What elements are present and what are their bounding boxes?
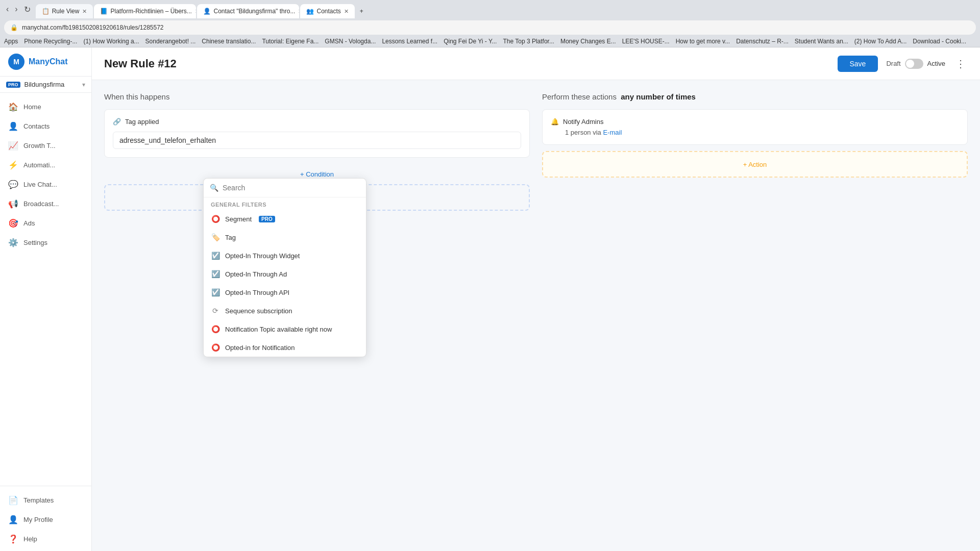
draft-toggle-group: Draft Active bbox=[886, 59, 945, 69]
templates-icon: 📄 bbox=[8, 495, 18, 505]
bookmark-chinese[interactable]: Chinese translatio... bbox=[202, 38, 256, 45]
sidebar-label-help: Help bbox=[23, 535, 37, 543]
dropdown-item-opted-in-notif[interactable]: ⭕ Opted-in for Notification bbox=[204, 338, 366, 357]
notif-topic-icon: ⭕ bbox=[211, 324, 220, 334]
sidebar-item-templates[interactable]: 📄 Templates bbox=[0, 490, 91, 510]
bookmark-money[interactable]: Money Changes E... bbox=[560, 38, 616, 45]
tab-contacts[interactable]: 👥 Contacts ✕ bbox=[300, 4, 354, 18]
dropdown-item-tag[interactable]: 🏷️ Tag bbox=[204, 228, 366, 246]
rule-content: When this happens 🔗 Tag applied + Condit… bbox=[92, 80, 980, 551]
sidebar-item-automation[interactable]: ⚡ Automati... bbox=[0, 155, 91, 174]
back-button[interactable]: ‹ bbox=[4, 4, 11, 15]
sidebar-item-ads[interactable]: 🎯 Ads bbox=[0, 213, 91, 233]
active-label: Active bbox=[927, 60, 945, 67]
bookmark-qing[interactable]: Qing Fei De Yi - Y... bbox=[444, 38, 497, 45]
action-section-header: Perform these actions any number of time… bbox=[542, 92, 968, 101]
opted-in-api-icon: ☑️ bbox=[211, 288, 220, 297]
tab-favicon-platform: 📘 bbox=[100, 8, 107, 15]
opted-in-ad-icon: ☑️ bbox=[211, 269, 220, 279]
sidebar-label-settings: Settings bbox=[23, 239, 47, 246]
bell-icon: 🔔 bbox=[551, 118, 559, 126]
bookmark-phone[interactable]: Phone Recycling-... bbox=[24, 38, 77, 45]
bookmark-more[interactable]: How to get more v... bbox=[676, 38, 730, 45]
sidebar-item-live-chat[interactable]: 💬 Live Chat... bbox=[0, 174, 91, 194]
tab-label-platform: Platform-Richtlinien – Übers... bbox=[110, 8, 191, 15]
sidebar: M ManyChat PRO Bildungsfirma ▾ 🏠 Home 👤 … bbox=[0, 47, 92, 551]
bookmark-how-add[interactable]: (2) How To Add A... bbox=[854, 38, 907, 45]
sidebar-item-settings[interactable]: ⚙️ Settings bbox=[0, 233, 91, 252]
tab-close-platform[interactable]: ✕ bbox=[195, 8, 197, 15]
add-condition-button[interactable]: + Condition bbox=[300, 170, 334, 178]
refresh-button[interactable]: ↻ bbox=[22, 4, 33, 15]
sidebar-label-automation: Automati... bbox=[23, 161, 55, 169]
sidebar-item-broadcasts[interactable]: 📢 Broadcast... bbox=[0, 194, 91, 213]
action-card-title: Notify Admins bbox=[563, 118, 603, 126]
pro-badge-segment: PRO bbox=[259, 216, 275, 222]
address-lock-icon: 🔒 bbox=[10, 24, 18, 31]
sidebar-label-home: Home bbox=[23, 103, 41, 111]
action-detail: 1 person via E-mail bbox=[565, 129, 959, 136]
tag-icon: 🏷️ bbox=[211, 233, 220, 242]
contacts-icon: 👤 bbox=[8, 121, 18, 131]
forward-button[interactable]: › bbox=[13, 4, 19, 15]
bookmark-sonder[interactable]: Sonderangebot! ... bbox=[145, 38, 196, 45]
dropdown-search-input[interactable] bbox=[223, 184, 360, 192]
bookmark-apps[interactable]: Apps bbox=[4, 38, 18, 45]
action-card: 🔔 Notify Admins 1 person via E-mail bbox=[542, 109, 968, 145]
dropdown-search-area: 🔍 bbox=[204, 179, 366, 197]
bookmark-datenschutz[interactable]: Datenschutz – R-... bbox=[736, 38, 789, 45]
sidebar-item-home[interactable]: 🏠 Home bbox=[0, 97, 91, 116]
dropdown-item-segment[interactable]: ⭕ Segment PRO bbox=[204, 210, 366, 228]
bookmark-student[interactable]: Student Wants an... bbox=[795, 38, 848, 45]
address-text: manychat.com/fb198150208192061​8/rules/1… bbox=[22, 24, 164, 31]
dropdown-item-opted-in-widget[interactable]: ☑️ Opted-In Through Widget bbox=[204, 246, 366, 265]
bookmark-gmsn[interactable]: GMSN - Vologda... bbox=[325, 38, 376, 45]
growth-tools-icon: 📈 bbox=[8, 140, 18, 151]
main-content: New Rule #12 Save Draft Active ⋮ When th… bbox=[92, 47, 980, 551]
dropdown-item-sequence-sub[interactable]: ⟳ Sequence subscription bbox=[204, 302, 366, 320]
page-title: New Rule #12 bbox=[104, 57, 177, 70]
live-chat-icon: 💬 bbox=[8, 179, 18, 189]
segment-icon: ⭕ bbox=[211, 214, 220, 223]
tab-close-contacts[interactable]: ✕ bbox=[344, 8, 349, 15]
sidebar-item-contacts[interactable]: 👤 Contacts bbox=[0, 116, 91, 136]
action-detail-text: 1 person via bbox=[565, 129, 603, 136]
bookmark-top3[interactable]: The Top 3 Platfor... bbox=[503, 38, 554, 45]
dropdown-item-opted-in-ad[interactable]: ☑️ Opted-In Through Ad bbox=[204, 265, 366, 283]
tab-close-rule[interactable]: ✕ bbox=[82, 8, 87, 15]
address-bar[interactable]: 🔒 manychat.com/fb198150208192061​8/rules… bbox=[4, 20, 976, 35]
sidebar-item-growth-tools[interactable]: 📈 Growth T... bbox=[0, 136, 91, 155]
bookmark-how-working[interactable]: (1) How Working a... bbox=[83, 38, 139, 45]
automation-icon: ⚡ bbox=[8, 160, 18, 170]
opted-in-widget-icon: ☑️ bbox=[211, 251, 220, 260]
add-action-area: + Action bbox=[542, 151, 968, 178]
dropdown-item-notif-topic[interactable]: ⭕ Notification Topic available right now bbox=[204, 320, 366, 338]
tab-contact[interactable]: 👤 Contact "Bildungsfirma" thro... ✕ bbox=[197, 4, 299, 18]
tab-platform[interactable]: 📘 Platform-Richtlinien – Übers... ✕ bbox=[94, 4, 196, 18]
sidebar-item-my-profile[interactable]: 👤 My Profile bbox=[0, 510, 91, 529]
tab-close-contact[interactable]: ✕ bbox=[298, 8, 299, 15]
save-button[interactable]: Save bbox=[838, 56, 878, 72]
add-action-button[interactable]: + Action bbox=[743, 161, 767, 168]
active-toggle[interactable] bbox=[905, 59, 923, 69]
draft-label: Draft bbox=[886, 60, 900, 67]
bookmark-tutorial[interactable]: Tutorial: Eigene Fa... bbox=[262, 38, 318, 45]
tab-label-rule: Rule View bbox=[52, 8, 80, 15]
new-tab-button[interactable]: + bbox=[356, 4, 368, 18]
sidebar-item-help[interactable]: ❓ Help bbox=[0, 529, 91, 548]
bookmark-lessons[interactable]: Lessons Learned f... bbox=[382, 38, 437, 45]
broadcasts-icon: 📢 bbox=[8, 198, 18, 209]
dropdown-item-notif-topic-label: Notification Topic available right now bbox=[225, 325, 332, 333]
search-icon: 🔍 bbox=[210, 184, 218, 192]
main-header: New Rule #12 Save Draft Active ⋮ bbox=[92, 47, 980, 80]
dropdown-item-opted-in-api[interactable]: ☑️ Opted-In Through API bbox=[204, 283, 366, 302]
tab-rule-view[interactable]: 📋 Rule View ✕ bbox=[36, 4, 93, 18]
bookmark-lee[interactable]: LEE'S HOUSE-... bbox=[622, 38, 670, 45]
action-detail-link[interactable]: E-mail bbox=[603, 129, 622, 136]
more-options-button[interactable]: ⋮ bbox=[953, 56, 968, 72]
sidebar-label-contacts: Contacts bbox=[23, 122, 50, 130]
workspace-switcher[interactable]: PRO Bildungsfirma ▾ bbox=[0, 77, 91, 93]
bookmark-download[interactable]: Download - Cooki... bbox=[913, 38, 966, 45]
trigger-card-title: Tag applied bbox=[125, 118, 159, 126]
tag-input[interactable] bbox=[113, 132, 521, 149]
